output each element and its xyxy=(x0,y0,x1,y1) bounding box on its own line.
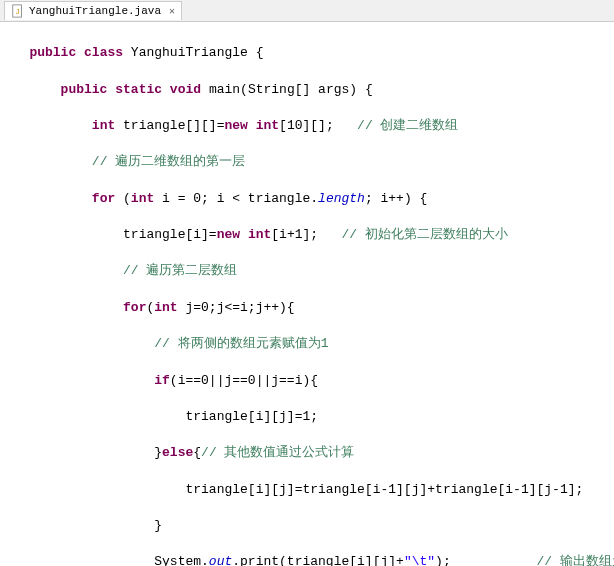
code-line: // 遍历第二层数组 xyxy=(6,262,608,280)
code-line: // 将两侧的数组元素赋值为1 xyxy=(6,335,608,353)
code-editor[interactable]: public class YanghuiTriangle { public st… xyxy=(0,22,614,566)
code-line: public class YanghuiTriangle { xyxy=(6,44,608,62)
code-line: triangle[i]=new int[i+1]; // 初始化第二层数组的大小 xyxy=(6,226,608,244)
editor-tab-bar: J YanghuiTriangle.java ✕ xyxy=(0,0,614,22)
java-file-icon: J xyxy=(11,4,25,18)
close-icon[interactable]: ✕ xyxy=(169,5,175,17)
code-line: triangle[i][j]=1; xyxy=(6,408,608,426)
svg-text:J: J xyxy=(15,8,19,16)
code-line: int triangle[][]=new int[10][]; // 创建二维数… xyxy=(6,117,608,135)
code-line: } xyxy=(6,517,608,535)
code-line: triangle[i][j]=triangle[i-1][j]+triangle… xyxy=(6,481,608,499)
code-line: public static void main(String[] args) { xyxy=(6,81,608,99)
code-line: for(int j=0;j<=i;j++){ xyxy=(6,299,608,317)
code-line: }else{// 其他数值通过公式计算 xyxy=(6,444,608,462)
code-line: // 遍历二维数组的第一层 xyxy=(6,153,608,171)
editor-tab-yanghui[interactable]: J YanghuiTriangle.java ✕ xyxy=(4,1,182,20)
code-line: System.out.print(triangle[i][j]+"\t"); /… xyxy=(6,553,608,566)
code-line: for (int i = 0; i < triangle.length; i++… xyxy=(6,190,608,208)
code-line: if(i==0||j==0||j==i){ xyxy=(6,372,608,390)
editor-tab-label: YanghuiTriangle.java xyxy=(29,5,161,17)
